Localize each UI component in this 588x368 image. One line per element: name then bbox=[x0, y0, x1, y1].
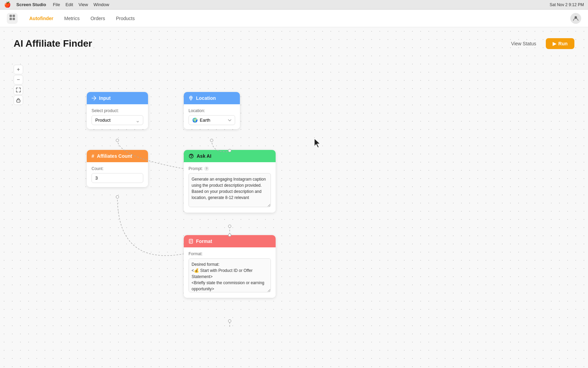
location-node-header: Location bbox=[184, 92, 240, 104]
zoom-out-button[interactable]: − bbox=[14, 75, 23, 85]
page-title: AI Affiliate Finder bbox=[14, 38, 92, 49]
svg-point-12 bbox=[228, 320, 231, 322]
titlebar-menu: File Edit View Window bbox=[53, 2, 109, 7]
input-node-body: Select product: Product Service Bundle bbox=[87, 104, 148, 129]
svg-point-9 bbox=[228, 225, 231, 228]
location-text: Earth bbox=[200, 118, 210, 123]
input-node-header: Input bbox=[87, 92, 148, 104]
input-select-label: Select product: bbox=[92, 108, 143, 113]
nav-metrics[interactable]: Metrics bbox=[60, 14, 84, 23]
datetime: Sat Nov 2 9:12 PM bbox=[550, 2, 584, 7]
titlebar: 🍎 Screen Studio File Edit View Window Sa… bbox=[0, 0, 588, 10]
input-node: Input Select product: Product Service Bu… bbox=[87, 92, 148, 129]
zoom-in-button[interactable]: + bbox=[14, 65, 23, 74]
run-label: Run bbox=[558, 41, 568, 46]
location-node-body: Location: 🌍 Earth bbox=[184, 104, 240, 129]
titlebar-right: Sat Nov 2 9:12 PM bbox=[550, 2, 584, 7]
zoom-fit-button[interactable] bbox=[14, 85, 23, 95]
format-node-body: Format: Desired format: <💰 Start with Pr… bbox=[184, 247, 276, 298]
location-value[interactable]: 🌍 Earth bbox=[189, 115, 235, 125]
run-button[interactable]: ▶ Run bbox=[546, 38, 574, 49]
input-select-wrapper[interactable]: Product Service Bundle bbox=[92, 115, 143, 125]
chevron-down-icon bbox=[228, 119, 231, 121]
product-select[interactable]: Product Service Bundle bbox=[92, 115, 143, 125]
prompt-label: Prompt: ? bbox=[189, 166, 271, 171]
menu-view[interactable]: View bbox=[79, 2, 88, 7]
svg-rect-3 bbox=[13, 18, 15, 20]
logo-icon bbox=[9, 14, 16, 22]
format-node-title: Format bbox=[196, 239, 212, 244]
ask-ai-node-header: Ask AI bbox=[184, 150, 276, 162]
format-icon bbox=[189, 239, 193, 244]
svg-point-13 bbox=[190, 97, 192, 98]
navbar: Autofinder Metrics Orders Products bbox=[0, 10, 588, 27]
menu-file[interactable]: File bbox=[53, 2, 60, 7]
location-node: Location Location: 🌍 Earth bbox=[184, 92, 240, 129]
input-icon bbox=[92, 96, 96, 101]
page-header: AI Affiliate Finder View Status ▶ Run bbox=[0, 27, 588, 56]
nav-autofinder[interactable]: Autofinder bbox=[24, 14, 58, 23]
prompt-help-icon[interactable]: ? bbox=[204, 166, 209, 171]
menu-edit[interactable]: Edit bbox=[65, 2, 73, 7]
svg-point-7 bbox=[210, 139, 213, 142]
menu-window[interactable]: Window bbox=[94, 2, 109, 7]
location-icon bbox=[189, 96, 193, 101]
svg-rect-5 bbox=[17, 100, 20, 102]
ai-icon bbox=[189, 153, 194, 159]
nav-products[interactable]: Products bbox=[111, 14, 140, 23]
count-label: Count: bbox=[92, 166, 143, 171]
main-content: AI Affiliate Finder View Status ▶ Run + … bbox=[0, 27, 588, 368]
run-icon: ▶ bbox=[553, 41, 556, 46]
svg-rect-2 bbox=[10, 18, 12, 20]
affiliates-node-header: # Affiliates Count bbox=[87, 150, 148, 162]
svg-point-8 bbox=[116, 196, 119, 198]
user-avatar[interactable] bbox=[570, 13, 581, 24]
format-node-header: Format bbox=[184, 235, 276, 247]
svg-point-15 bbox=[191, 157, 192, 158]
count-input[interactable] bbox=[92, 173, 143, 183]
location-node-title: Location bbox=[196, 95, 216, 101]
connectors bbox=[0, 27, 588, 368]
apple-icon[interactable]: 🍎 bbox=[4, 1, 11, 8]
affiliates-count-node: # Affiliates Count Count: bbox=[87, 150, 148, 187]
svg-rect-1 bbox=[13, 15, 15, 17]
ask-ai-node-body: Prompt: ? Generate an engaging Instagram… bbox=[184, 162, 276, 213]
ask-ai-node: Ask AI Prompt: ? Generate an engaging In… bbox=[184, 150, 276, 213]
format-textarea[interactable]: Desired format: <💰 Start with Product ID… bbox=[189, 258, 271, 292]
location-label: Location: bbox=[189, 108, 235, 113]
mouse-cursor bbox=[313, 138, 321, 148]
ask-ai-node-title: Ask AI bbox=[197, 153, 211, 159]
affiliates-node-body: Count: bbox=[87, 162, 148, 187]
input-node-title: Input bbox=[99, 95, 111, 101]
svg-point-6 bbox=[116, 139, 119, 142]
app-name: Screen Studio bbox=[16, 2, 46, 7]
svg-rect-0 bbox=[10, 15, 12, 17]
earth-icon: 🌍 bbox=[192, 118, 198, 123]
nav-orders[interactable]: Orders bbox=[86, 14, 110, 23]
prompt-textarea[interactable]: Generate an engaging Instagram caption u… bbox=[189, 173, 271, 207]
lock-button[interactable] bbox=[14, 95, 23, 105]
hash-icon: # bbox=[92, 153, 94, 159]
header-actions: View Status ▶ Run bbox=[507, 38, 574, 49]
format-node: Format Format: Desired format: <💰 Start … bbox=[184, 235, 276, 298]
zoom-controls: + − bbox=[14, 65, 23, 105]
view-status-button[interactable]: View Status bbox=[507, 38, 540, 49]
nav-items: Autofinder Metrics Orders Products bbox=[24, 14, 140, 23]
format-label: Format: bbox=[189, 251, 271, 256]
navbar-logo bbox=[7, 13, 18, 24]
affiliates-node-title: Affiliates Count bbox=[97, 153, 132, 159]
